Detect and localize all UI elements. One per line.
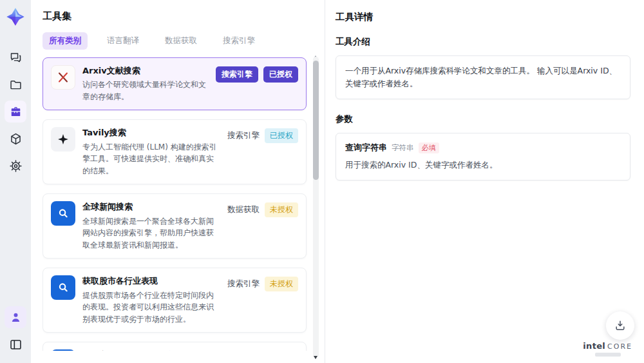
tool-list: Arxiv文献搜索 访问各个研究领域大量科学论文和文章的存储库。 搜索引擎 已授… [43, 57, 325, 351]
main-content: 工具集 所有类别 语言翻译 数据获取 搜索引擎 A [31, 0, 644, 363]
param-box: 查询字符串 字符串 必填 用于搜索的Arxiv ID、关键字或作者姓名。 [336, 133, 630, 181]
tab-language-translation[interactable]: 语言翻译 [100, 32, 146, 50]
chat-icon [9, 51, 23, 64]
brand-core-text: CORE [607, 342, 632, 351]
auth-status-badge: 已授权 [265, 128, 298, 143]
tools-panel: 工具集 所有类别 语言翻译 数据获取 搜索引擎 A [31, 0, 325, 363]
download-icon [614, 319, 627, 332]
details-title: 工具详情 [336, 11, 630, 23]
params-heading: 参数 [336, 113, 630, 125]
tool-card-global-news[interactable]: 全球新闻搜索 全球新闻搜索是一个聚合全球各大新闻网站内容的搜索引擎，帮助用户快速… [43, 193, 307, 259]
param-name: 查询字符串 [345, 142, 387, 153]
intro-text: 一个用于从Arxiv存储库搜索科学论文和文章的工具。 输入可以是Arxiv ID… [345, 64, 621, 90]
app-root: 工具集 所有类别 语言翻译 数据获取 搜索引擎 A [0, 0, 644, 363]
arxiv-icon [51, 65, 75, 90]
category-tabs: 所有类别 语言翻译 数据获取 搜索引擎 [43, 32, 325, 50]
toolbox-icon [9, 105, 23, 119]
sidebar-item-settings[interactable] [5, 155, 26, 177]
app-logo-icon [5, 6, 26, 27]
tool-description: 全球新闻搜索是一个聚合全球各大新闻网站内容的搜索引擎，帮助用户快速获取全球最新资… [82, 215, 220, 251]
auth-status-badge: 已授权 [263, 66, 298, 83]
auth-status-badge: 未授权 [265, 202, 298, 217]
tool-name: Arxiv文献搜索 [82, 65, 209, 77]
tavily-star-icon [51, 127, 75, 152]
param-type: 字符串 [392, 143, 414, 153]
auth-status-badge: 未授权 [265, 277, 298, 291]
download-button[interactable] [606, 311, 634, 340]
cube-icon [9, 132, 23, 146]
user-icon [9, 311, 23, 324]
sidebar-item-files[interactable] [5, 74, 26, 95]
sidebar-item-collapse[interactable] [5, 333, 26, 355]
intro-heading: 工具介绍 [336, 36, 630, 48]
tool-name: 全球新闻搜索 [82, 201, 220, 213]
news-search-icon [51, 201, 75, 226]
brand-subtext-blur [595, 353, 621, 357]
settings-icon [9, 159, 23, 173]
tool-description: 访问各个研究领域大量科学论文和文章的存储库。 [82, 79, 209, 103]
tool-card-arxiv[interactable]: Arxiv文献搜索 访问各个研究领域大量科学论文和文章的存储库。 搜索引擎 已授… [43, 57, 307, 110]
sidebar [0, 0, 31, 363]
tab-search-engine[interactable]: 搜索引擎 [216, 32, 261, 50]
tab-data-fetch[interactable]: 数据获取 [158, 32, 204, 50]
tool-card-active-stocks[interactable]: 获取市场最活跃股票信息 提供当天交易量最高的股票列表，投资者可以利用这些信息来识… [43, 342, 307, 351]
param-required-badge: 必填 [419, 142, 439, 153]
folder-icon [9, 78, 23, 92]
sidebar-item-packages[interactable] [5, 128, 26, 150]
tool-card-tavily[interactable]: Tavily搜索 专为人工智能代理 (LLM) 构建的搜索引擎工具。可快速提供实… [43, 119, 307, 184]
category-tag: 数据获取 [227, 202, 260, 217]
scrollbar-thumb[interactable] [313, 61, 319, 180]
scroll-down-arrow-icon[interactable] [314, 356, 317, 359]
brand-intel-text: intel [583, 341, 605, 351]
tool-name: Tavily搜索 [82, 127, 220, 139]
tool-name: 获取股市各行业表现 [82, 275, 220, 287]
tool-card-stock-sectors[interactable]: 获取股市各行业表现 提供股票市场各个行业在特定时间段内的表现。投资者可以利用这些… [43, 268, 307, 333]
panel-toggle-icon [9, 338, 23, 351]
sidebar-item-chat[interactable] [5, 46, 26, 68]
tab-all-categories[interactable]: 所有类别 [43, 32, 88, 50]
tool-description: 提供股票市场各个行业在特定时间段内的表现。投资者可以利用这些信息来识别表现优于或… [82, 289, 220, 326]
sidebar-item-account[interactable] [5, 306, 26, 328]
tool-description: 专为人工智能代理 (LLM) 构建的搜索引擎工具。可快速提供实时、准确和真实的结… [82, 141, 220, 177]
intel-core-logo: intel CORE [583, 341, 632, 357]
category-badge: 搜索引擎 [216, 66, 258, 83]
page-title: 工具集 [43, 10, 325, 23]
category-tag: 搜索引擎 [227, 277, 260, 291]
param-description: 用于搜索的Arxiv ID、关键字或作者姓名。 [345, 159, 621, 172]
intro-box: 一个用于从Arxiv存储库搜索科学论文和文章的工具。 输入可以是Arxiv ID… [336, 55, 630, 99]
active-stocks-icon [51, 349, 75, 351]
sidebar-item-toolbox[interactable] [5, 101, 26, 123]
category-tag: 搜索引擎 [227, 128, 260, 143]
tool-details-panel: 工具详情 工具介绍 一个用于从Arxiv存储库搜索科学论文和文章的工具。 输入可… [325, 0, 644, 363]
stock-sector-icon [51, 275, 75, 300]
list-scrollbar[interactable] [313, 57, 319, 358]
tool-name: 获取市场最活跃股票信息 [82, 349, 220, 351]
